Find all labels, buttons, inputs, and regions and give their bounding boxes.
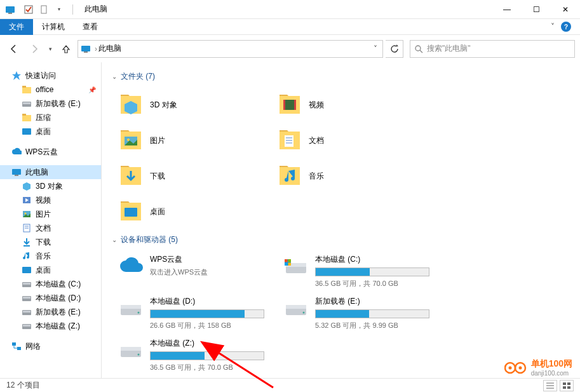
sidebar-item[interactable]: 本地磁盘 (C:) — [0, 277, 101, 291]
sidebar-quick-access[interactable]: 快速访问 — [0, 69, 101, 83]
navigation-pane: 快速访问 office📌新加载卷 (E:)压缩桌面 WPS云盘 此电脑 3D 对… — [0, 62, 102, 378]
qat-dropdown-icon[interactable]: ▾ — [52, 3, 66, 17]
drive-sub: 双击进入WPS云盘 — [150, 267, 271, 277]
search-input[interactable]: 搜索"此电脑" — [410, 40, 575, 58]
sidebar-item[interactable]: 新加载卷 (E:) — [0, 97, 101, 111]
svg-rect-28 — [23, 297, 30, 299]
tab-view[interactable]: 查看 — [74, 19, 107, 35]
svg-point-19 — [25, 213, 27, 215]
tab-file[interactable]: 文件 — [0, 19, 33, 35]
up-button[interactable] — [57, 40, 75, 58]
sidebar-item[interactable]: 本地磁盘 (Z:) — [0, 319, 101, 333]
sidebar-wps-cloud[interactable]: WPS云盘 — [0, 145, 101, 159]
drive-item[interactable]: 本地磁盘 (D:)26.6 GB 可用，共 158 GB — [112, 292, 277, 334]
drive-name: 本地磁盘 (C:) — [315, 254, 436, 265]
status-text: 12 个项目 — [6, 380, 40, 391]
svg-rect-30 — [23, 311, 30, 313]
sidebar-item[interactable]: 新加载卷 (E:) — [0, 305, 101, 319]
folder-icon — [277, 163, 302, 189]
drive-icon — [118, 338, 144, 363]
maximize-button[interactable]: ☐ — [522, 0, 551, 19]
item-icon — [22, 195, 32, 205]
sidebar-item[interactable]: 3D 对象 — [0, 179, 101, 193]
qat-checkbox-icon[interactable] — [22, 3, 36, 17]
folder-item[interactable]: 文档 — [271, 123, 429, 158]
svg-rect-59 — [121, 347, 141, 351]
watermark-icon — [504, 360, 527, 375]
item-icon — [22, 321, 32, 331]
folder-icon — [277, 128, 302, 153]
group-folders[interactable]: ⌄ 文件夹 (7) — [112, 71, 570, 82]
folder-item[interactable]: 3D 对象 — [112, 87, 271, 123]
drive-item[interactable]: 本地磁盘 (Z:)36.5 GB 可用，共 70.0 GB — [112, 334, 277, 376]
star-icon — [11, 71, 22, 81]
svg-rect-64 — [563, 382, 566, 385]
svg-point-54 — [138, 312, 140, 314]
drive-item[interactable]: 本地磁盘 (C:)36.5 GB 可用，共 70.0 GB — [277, 250, 442, 292]
svg-rect-5 — [84, 51, 88, 53]
drive-item[interactable]: 新加载卷 (E:)5.32 GB 可用，共 9.99 GB — [277, 292, 442, 334]
sidebar-item[interactable]: 音乐 — [0, 249, 101, 263]
svg-rect-33 — [12, 342, 16, 346]
item-icon — [22, 307, 32, 317]
svg-rect-1 — [8, 13, 12, 14]
view-tiles-button[interactable] — [560, 380, 574, 391]
svg-rect-24 — [22, 267, 31, 273]
help-icon[interactable]: ? — [561, 22, 571, 32]
svg-rect-14 — [22, 128, 31, 135]
qat-doc-icon[interactable] — [37, 3, 51, 17]
collapse-ribbon-icon[interactable]: ˅ — [551, 22, 555, 31]
sidebar-item[interactable]: 桌面 — [0, 263, 101, 277]
view-details-button[interactable] — [543, 380, 557, 391]
folder-item[interactable]: 视频 — [271, 87, 429, 123]
sidebar-item[interactable]: 压缩 — [0, 111, 101, 125]
back-button[interactable] — [5, 40, 23, 58]
item-icon — [22, 126, 32, 137]
svg-rect-34 — [17, 347, 21, 350]
sidebar-item[interactable]: 视频 — [0, 193, 101, 207]
chevron-down-icon: ⌄ — [112, 236, 117, 243]
sidebar-item[interactable]: 图片 — [0, 207, 101, 221]
svg-rect-3 — [41, 6, 46, 13]
folder-item[interactable]: 图片 — [112, 123, 271, 158]
drive-icon — [118, 296, 144, 321]
item-icon — [22, 223, 32, 233]
svg-rect-4 — [81, 46, 90, 51]
sidebar-item[interactable]: 文档 — [0, 221, 101, 235]
network-icon — [11, 341, 22, 351]
folder-item[interactable]: 下载 — [112, 158, 271, 194]
sidebar-item[interactable]: 桌面 — [0, 125, 101, 139]
svg-rect-32 — [23, 325, 30, 327]
recent-dropdown-icon[interactable]: ▾ — [46, 40, 55, 58]
status-bar: 12 个项目 — [0, 378, 580, 392]
group-drives[interactable]: ⌄ 设备和驱动器 (5) — [112, 234, 570, 245]
address-bar[interactable]: › 此电脑 ˅ — [78, 40, 383, 58]
search-icon — [414, 44, 423, 53]
svg-point-6 — [415, 46, 421, 51]
refresh-button[interactable] — [386, 40, 403, 58]
drive-name: 本地磁盘 (D:) — [150, 296, 271, 307]
close-button[interactable]: ✕ — [551, 0, 580, 19]
svg-rect-49 — [288, 259, 292, 262]
sidebar-item[interactable]: 本地磁盘 (D:) — [0, 291, 101, 305]
sidebar-this-pc[interactable]: 此电脑 — [0, 165, 101, 179]
folder-item[interactable]: 音乐 — [271, 158, 429, 194]
chevron-right-icon: › — [95, 44, 97, 53]
forward-button[interactable] — [25, 40, 43, 58]
address-text: 此电脑 — [98, 43, 121, 54]
svg-rect-48 — [285, 259, 288, 262]
drive-name: WPS云盘 — [150, 254, 271, 265]
drive-name: 新加载卷 (E:) — [315, 296, 436, 307]
item-icon — [22, 112, 32, 123]
address-dropdown-icon[interactable]: ˅ — [370, 44, 381, 53]
sidebar-item[interactable]: 下载 — [0, 235, 101, 249]
svg-rect-66 — [563, 386, 566, 389]
sidebar-item[interactable]: office📌 — [0, 83, 101, 97]
folder-item[interactable]: 桌面 — [112, 194, 271, 229]
sidebar-network[interactable]: 网络 — [0, 339, 101, 353]
minimize-button[interactable]: — — [492, 0, 522, 19]
cloud-icon — [11, 147, 22, 157]
drive-stats: 36.5 GB 可用，共 70.0 GB — [315, 279, 436, 288]
tab-computer[interactable]: 计算机 — [33, 19, 74, 35]
drive-item[interactable]: WPS云盘双击进入WPS云盘 — [112, 250, 277, 292]
